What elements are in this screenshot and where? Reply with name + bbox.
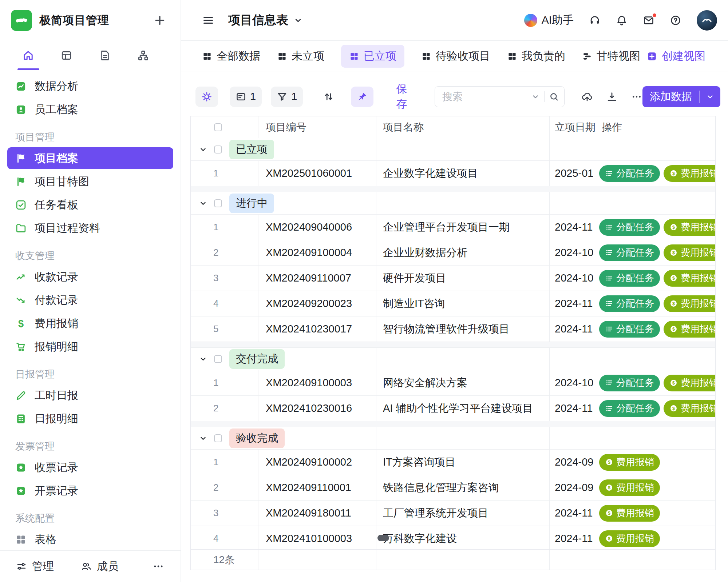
members-button[interactable]: 成员 — [81, 559, 119, 574]
sidebar-item[interactable]: 项目过程资料 — [0, 216, 181, 240]
project-date-cell[interactable]: 2024-09 — [550, 475, 595, 500]
help-button[interactable] — [670, 15, 681, 26]
horizontal-scrollbar-thumb[interactable] — [377, 535, 389, 541]
view-tab[interactable]: 已立项 — [341, 45, 404, 68]
table-row[interactable]: 1XM202501060001企业数字化建设项目2025-01分配任务$费用报销 — [191, 161, 715, 186]
chevron-down-icon[interactable] — [531, 92, 540, 101]
project-id-cell[interactable]: XM202501060001 — [258, 161, 376, 186]
project-name-cell[interactable]: AI 辅助个性化学习平台建设项目 — [376, 396, 550, 421]
notifications-button[interactable] — [616, 15, 628, 26]
save-button[interactable]: 保存 — [390, 87, 413, 107]
expense-report-button[interactable]: $费用报销 — [664, 165, 715, 182]
project-name-cell[interactable]: 智行物流管理软件升级项目 — [376, 316, 550, 342]
collapse-sidebar-button[interactable] — [202, 14, 214, 27]
table-row[interactable]: 1XM202409100003网络安全解决方案2024-10分配任务$费用报销 — [191, 370, 715, 396]
project-date-cell[interactable]: 2025-01 — [550, 161, 595, 186]
sidebar-item[interactable]: 收票记录 — [0, 456, 181, 479]
tab-home[interactable] — [9, 41, 47, 70]
sort-button[interactable] — [317, 87, 340, 107]
project-date-cell[interactable]: 2024-10 — [550, 370, 595, 395]
expense-report-button[interactable]: $费用报销 — [599, 454, 660, 471]
assign-task-button[interactable]: 分配任务 — [599, 400, 660, 417]
assign-task-button[interactable]: 分配任务 — [599, 270, 660, 287]
sidebar-item[interactable]: $费用报销 — [0, 312, 181, 335]
avatar[interactable] — [697, 10, 717, 31]
inbox-button[interactable] — [643, 15, 654, 26]
project-id-cell[interactable]: XM202409110001 — [258, 475, 376, 500]
project-date-cell[interactable]: 2024-11 — [550, 501, 595, 526]
table-row[interactable]: 4XM202409200023制造业IT咨询2024-11分配任务$费用报销 — [191, 291, 715, 316]
select-all-checkbox[interactable] — [214, 123, 222, 131]
project-name-cell[interactable]: 制造业IT咨询 — [376, 291, 550, 316]
expense-report-button[interactable]: $费用报销 — [664, 270, 715, 287]
group-checkbox[interactable] — [214, 146, 222, 154]
table-row[interactable]: 2XM202409100004企业业财数据分析2024-10分配任务$费用报销 — [191, 240, 715, 266]
project-id-cell[interactable]: XM202409110007 — [258, 266, 376, 291]
expense-report-button[interactable]: $费用报销 — [664, 219, 715, 236]
project-date-cell[interactable]: 2024-11 — [550, 526, 595, 551]
settings-button[interactable] — [195, 87, 218, 107]
project-name-cell[interactable]: 硬件开发项目 — [376, 266, 550, 291]
add-workspace-icon[interactable] — [154, 14, 166, 27]
project-name-cell[interactable]: 工厂管理系统开发项目 — [376, 501, 550, 526]
project-name-cell[interactable]: 万科数字化建设 — [376, 526, 550, 551]
project-name-cell[interactable]: IT方案咨询项目 — [376, 450, 550, 475]
view-tab[interactable]: 甘特视图 — [582, 49, 640, 64]
field-config-button[interactable]: 1 — [230, 87, 262, 107]
view-tab[interactable]: 我负责的 — [507, 49, 565, 64]
project-date-cell[interactable]: 2024-11 — [550, 215, 595, 240]
more-icon[interactable] — [152, 560, 165, 573]
project-date-cell[interactable]: 2024-11 — [550, 291, 595, 316]
project-name-cell[interactable]: 网络安全解决方案 — [376, 370, 550, 395]
sidebar-item[interactable]: 工时日报 — [0, 384, 181, 407]
table-row[interactable]: 4XM202410100003万科数字化建设2024-11$费用报销 — [191, 526, 715, 551]
project-date-cell[interactable]: 2024-11 — [550, 396, 595, 421]
assign-task-button[interactable]: 分配任务 — [599, 375, 660, 391]
project-name-cell[interactable]: 铁路信息化管理方案咨询 — [376, 475, 550, 500]
expense-report-button[interactable]: $费用报销 — [664, 375, 715, 391]
sidebar-item[interactable]: 付款记录 — [0, 288, 181, 312]
tab-documents[interactable] — [86, 41, 124, 70]
assign-task-button[interactable]: 分配任务 — [599, 321, 660, 338]
tab-workflows[interactable] — [124, 41, 162, 70]
table-row[interactable]: 5XM202410230017智行物流管理软件升级项目2024-11分配任务$费… — [191, 316, 715, 342]
project-id-cell[interactable]: XM202409040006 — [258, 215, 376, 240]
collapse-group-icon[interactable] — [199, 355, 207, 363]
table-row[interactable]: 3XM202409110007硬件开发项目2024-10分配任务$费用报销 — [191, 266, 715, 291]
project-name-cell[interactable]: 企业管理平台开发项目一期 — [376, 215, 550, 240]
sheet-title-dropdown[interactable]: 项目信息表 — [228, 12, 303, 28]
project-name-cell[interactable]: 企业业财数据分析 — [376, 240, 550, 265]
table-row[interactable]: 1XM202409100002IT方案咨询项目2024-09$费用报销 — [191, 450, 715, 475]
project-id-cell[interactable]: XM202410100003 — [258, 526, 376, 551]
table-row[interactable]: 1XM202409040006企业管理平台开发项目一期2024-11分配任务$费… — [191, 215, 715, 240]
project-date-cell[interactable]: 2024-10 — [550, 240, 595, 265]
manage-button[interactable]: 管理 — [16, 559, 54, 574]
project-date-cell[interactable]: 2024-11 — [550, 316, 595, 342]
sidebar-item[interactable]: 日报明细 — [0, 407, 181, 430]
project-date-cell[interactable]: 2024-09 — [550, 450, 595, 475]
view-tab[interactable]: 全部数据 — [202, 49, 260, 64]
pin-button[interactable] — [351, 87, 373, 107]
assign-task-button[interactable]: 分配任务 — [599, 244, 660, 261]
sidebar-item[interactable]: 表格 — [0, 528, 181, 550]
view-tab[interactable]: 未立项 — [277, 49, 324, 64]
more-actions-button[interactable] — [631, 91, 642, 103]
table-row[interactable]: 2XM202409110001铁路信息化管理方案咨询2024-09$费用报销 — [191, 475, 715, 501]
group-checkbox[interactable] — [214, 434, 222, 442]
search-icon[interactable] — [549, 92, 559, 102]
expense-report-button[interactable]: $费用报销 — [599, 530, 660, 547]
tab-tables[interactable] — [47, 41, 86, 70]
table-row[interactable]: 2XM202410230016AI 辅助个性化学习平台建设项目2024-11分配… — [191, 396, 715, 421]
sidebar-item[interactable]: 项目档案 — [7, 147, 173, 169]
project-id-cell[interactable]: XM202409100003 — [258, 370, 376, 395]
sidebar-item[interactable]: 任务看板 — [0, 193, 181, 216]
group-checkbox[interactable] — [214, 199, 222, 207]
create-view-button[interactable]: 创建视图 — [646, 49, 705, 64]
export-button[interactable] — [606, 91, 618, 103]
project-id-cell[interactable]: XM202409200023 — [258, 291, 376, 316]
sidebar-item[interactable]: 数据分析 — [0, 75, 181, 98]
assign-task-button[interactable]: 分配任务 — [599, 219, 660, 236]
view-tab[interactable]: 待验收项目 — [421, 49, 490, 64]
collapse-group-icon[interactable] — [199, 199, 207, 208]
group-checkbox[interactable] — [214, 355, 222, 363]
